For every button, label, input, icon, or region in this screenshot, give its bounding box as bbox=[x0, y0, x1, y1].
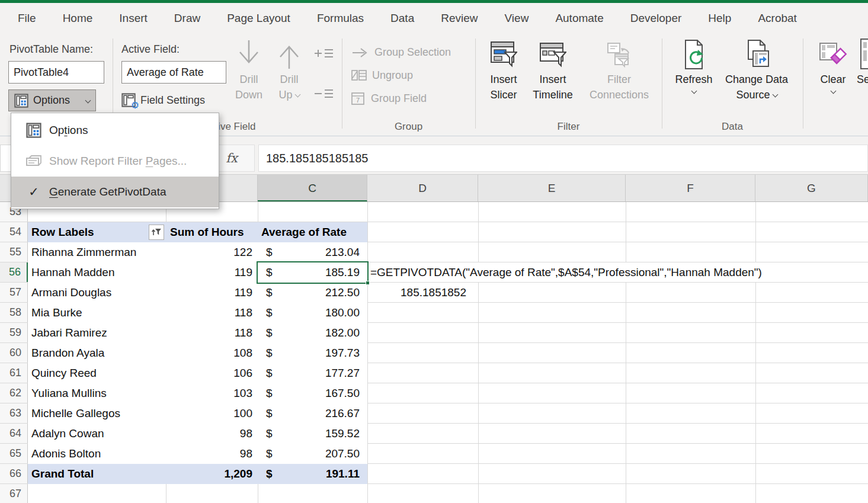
menu-item-options[interactable]: Options bbox=[11, 115, 219, 146]
row-header-55[interactable]: 55 bbox=[0, 242, 28, 262]
pivot-cell-name[interactable]: Yuliana Mullins bbox=[31, 383, 107, 403]
pivot-cell-rate[interactable]: 213.04 bbox=[277, 242, 360, 262]
pivot-cell-hours[interactable]: 100 bbox=[176, 403, 252, 424]
pivot-cell-currency[interactable]: $ bbox=[266, 363, 273, 383]
ribbon-tab-help[interactable]: Help bbox=[708, 12, 731, 25]
row-header-61[interactable]: 61 bbox=[0, 363, 28, 383]
pivot-cell-rate[interactable]: 180.00 bbox=[277, 303, 360, 323]
column-header-D[interactable]: D bbox=[367, 175, 478, 201]
pivottable-options-button[interactable]: Options bbox=[8, 89, 96, 111]
spreadsheet-grid[interactable]: 5354Row LabelsSum of HoursAverage of Rat… bbox=[0, 202, 868, 503]
clear-button[interactable]: Clear bbox=[816, 37, 850, 93]
row-header-62[interactable]: 62 bbox=[0, 383, 28, 403]
ribbon-tab-home[interactable]: Home bbox=[63, 12, 93, 25]
row-labels-filter-button[interactable] bbox=[149, 225, 164, 240]
formula-input[interactable] bbox=[258, 145, 868, 172]
column-header-E[interactable]: E bbox=[478, 175, 626, 201]
row-header-66[interactable]: 66 bbox=[0, 464, 28, 483]
pivot-cell-rate[interactable]: 177.27 bbox=[277, 363, 360, 383]
ribbon-tab-developer[interactable]: Developer bbox=[630, 12, 682, 25]
ribbon-tab-draw[interactable]: Draw bbox=[174, 12, 200, 25]
ribbon-tab-file[interactable]: File bbox=[18, 12, 36, 25]
row-header-63[interactable]: 63 bbox=[0, 403, 28, 423]
column-header-G[interactable]: G bbox=[755, 175, 868, 201]
pivot-cell-name[interactable]: Adalyn Cowan bbox=[31, 424, 104, 444]
cell-d56-formula-text[interactable]: =GETPIVOTDATA("Average of Rate",$A$54,"P… bbox=[369, 262, 857, 282]
active-field-input[interactable] bbox=[121, 61, 226, 84]
pivot-cell-hours[interactable]: 118 bbox=[176, 323, 252, 343]
row-header-59[interactable]: 59 bbox=[0, 323, 28, 342]
pivot-cell-currency[interactable]: $ bbox=[266, 403, 273, 424]
pivot-cell-hours[interactable]: 103 bbox=[176, 383, 252, 403]
pivot-cell-currency[interactable]: $ bbox=[266, 444, 273, 464]
pivot-cell-currency[interactable]: $ bbox=[266, 283, 273, 303]
row-header-58[interactable]: 58 bbox=[0, 303, 28, 322]
pivot-header-sum-of-hours[interactable]: Sum of Hours bbox=[170, 222, 244, 242]
row-header-67[interactable]: 67 bbox=[0, 484, 28, 503]
pivot-cell-currency[interactable]: $ bbox=[266, 464, 273, 484]
ribbon-tab-page-layout[interactable]: Page Layout bbox=[227, 12, 290, 25]
pivottable-name-input[interactable] bbox=[8, 61, 104, 84]
pivot-cell-hours[interactable]: 119 bbox=[176, 262, 252, 283]
row-header-57[interactable]: 57 bbox=[0, 283, 28, 302]
row-header-64[interactable]: 64 bbox=[0, 424, 28, 443]
select-button-partial[interactable]: Se bbox=[853, 37, 868, 87]
column-header-C[interactable]: C bbox=[258, 175, 367, 201]
menu-item-generate-getpivotdata[interactable]: ✓Generate GetPivotData bbox=[11, 177, 219, 207]
pivot-cell-rate[interactable]: 197.73 bbox=[277, 343, 360, 363]
pivot-cell-hours[interactable]: 118 bbox=[176, 303, 252, 323]
pivot-cell-name[interactable]: Rihanna Zimmerman bbox=[31, 242, 136, 262]
pivot-cell-rate[interactable]: 191.11 bbox=[277, 464, 360, 484]
cell-d57-value[interactable]: 185.1851852 bbox=[367, 283, 472, 302]
pivot-cell-name[interactable]: Quincy Reed bbox=[31, 363, 97, 383]
pivot-cell-rate[interactable]: 207.50 bbox=[277, 444, 360, 464]
pivot-cell-name[interactable]: Mia Burke bbox=[31, 303, 82, 323]
pivot-cell-currency[interactable]: $ bbox=[266, 323, 273, 343]
pivot-cell-currency[interactable]: $ bbox=[266, 303, 273, 323]
pivot-cell-name[interactable]: Brandon Ayala bbox=[31, 343, 104, 363]
pivot-cell-hours[interactable]: 122 bbox=[176, 242, 252, 262]
field-settings-button[interactable]: ⚙ Field Settings bbox=[121, 90, 205, 110]
pivot-cell-hours[interactable]: 98 bbox=[176, 424, 252, 444]
ribbon-tab-view[interactable]: View bbox=[505, 12, 529, 25]
row-header-56[interactable]: 56 bbox=[0, 262, 28, 282]
pivot-cell-hours[interactable]: 108 bbox=[176, 343, 252, 363]
insert-timeline-button[interactable]: InsertTimeline bbox=[526, 37, 579, 102]
pivot-header-row-labels[interactable]: Row Labels bbox=[31, 222, 94, 242]
pivot-cell-hours[interactable]: 1,209 bbox=[176, 464, 252, 484]
pivot-cell-rate[interactable]: 182.00 bbox=[277, 323, 360, 343]
refresh-button[interactable]: Refresh bbox=[673, 37, 715, 93]
ribbon-tab-data[interactable]: Data bbox=[390, 12, 414, 25]
pivot-cell-currency[interactable]: $ bbox=[266, 383, 273, 403]
pivot-cell-rate[interactable]: 216.67 bbox=[277, 403, 360, 424]
insert-slicer-button[interactable]: InsertSlicer bbox=[485, 37, 523, 102]
pivot-cell-name[interactable]: Grand Total bbox=[31, 464, 94, 484]
pivot-cell-name[interactable]: Jabari Ramirez bbox=[31, 323, 107, 343]
ribbon-tab-acrobat[interactable]: Acrobat bbox=[758, 12, 796, 25]
pivot-cell-rate[interactable]: 212.50 bbox=[277, 283, 360, 303]
pivot-cell-currency[interactable]: $ bbox=[266, 424, 273, 444]
row-header-54[interactable]: 54 bbox=[0, 222, 28, 242]
ribbon-tab-automate[interactable]: Automate bbox=[555, 12, 603, 25]
pivot-cell-name[interactable]: Michelle Gallegos bbox=[31, 403, 120, 424]
filter-connections-button: FilterConnections bbox=[582, 37, 656, 102]
pivot-cell-name[interactable]: Hannah Madden bbox=[31, 262, 115, 283]
pivot-cell-rate[interactable]: 159.52 bbox=[277, 424, 360, 444]
pivot-cell-hours[interactable]: 98 bbox=[176, 444, 252, 464]
change-data-source-button[interactable]: Change DataSource bbox=[718, 37, 795, 102]
ribbon-tab-insert[interactable]: Insert bbox=[119, 12, 148, 25]
pivot-cell-currency[interactable]: $ bbox=[266, 343, 273, 363]
pivot-cell-hours[interactable]: 106 bbox=[176, 363, 252, 383]
row-header-65[interactable]: 65 bbox=[0, 444, 28, 463]
fill-handle[interactable] bbox=[366, 281, 370, 285]
ribbon-tab-review[interactable]: Review bbox=[441, 12, 478, 25]
pivot-cell-currency[interactable]: $ bbox=[266, 242, 273, 262]
ribbon-tab-formulas[interactable]: Formulas bbox=[317, 12, 364, 25]
row-header-60[interactable]: 60 bbox=[0, 343, 28, 363]
column-header-F[interactable]: F bbox=[626, 175, 755, 201]
pivot-cell-hours[interactable]: 119 bbox=[176, 283, 252, 303]
pivot-cell-rate[interactable]: 167.50 bbox=[277, 383, 360, 403]
pivot-header-average-of-rate[interactable]: Average of Rate bbox=[261, 222, 347, 242]
pivot-cell-name[interactable]: Adonis Bolton bbox=[31, 444, 101, 464]
pivot-cell-name[interactable]: Armani Douglas bbox=[31, 283, 111, 303]
